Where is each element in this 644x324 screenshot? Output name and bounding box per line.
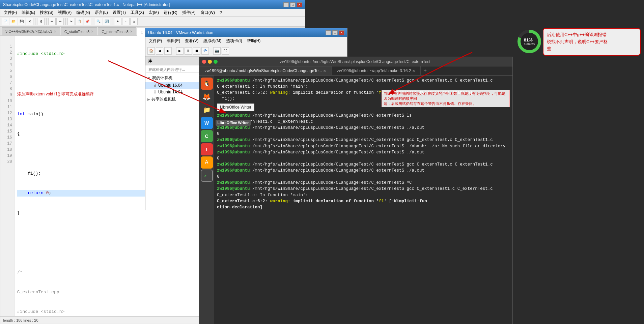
zoom-reset-button[interactable]: ⌂: [130, 18, 138, 25]
tab-statictest-label: C_staticTest.c3: [64, 30, 90, 34]
menu-edit[interactable]: 编辑(E): [20, 9, 37, 16]
undo-button[interactable]: ↩: [48, 18, 56, 25]
terminal-line-8: 0: [217, 131, 510, 137]
ubuntu-close-dot[interactable]: [202, 60, 206, 64]
menu-search[interactable]: 搜索(S): [38, 9, 55, 16]
vmware-maximize[interactable]: □: [332, 30, 338, 35]
tree-item-ubuntu1404[interactable]: 🖥 Ubuntu 14.04: [145, 89, 206, 95]
terminal-line-5: zw1996@ubuntu:/mnt/hgfs/WinShare/cpluspl…: [217, 113, 510, 119]
vmware-tb-stop[interactable]: ⏹: [193, 47, 200, 55]
dock-libreoffice-writer[interactable]: W LibreOffice Writer: [201, 117, 213, 129]
vmware-tb-forward[interactable]: ▶: [164, 47, 172, 55]
menu-run[interactable]: 运行(R): [162, 9, 179, 16]
terminal-body[interactable]: zw1996@ubuntu:/mnt/hgfs/WinShare/cpluspl…: [214, 76, 512, 324]
minimize-button[interactable]: ─: [283, 2, 289, 7]
toolbar-sep1: [35, 18, 35, 25]
new-file-button[interactable]: 📄: [2, 18, 9, 25]
ubuntu-minimize-dot[interactable]: [208, 60, 212, 64]
save-file-button[interactable]: 💾: [18, 18, 25, 25]
menu-file[interactable]: 文件(F): [2, 9, 19, 16]
menu-macro[interactable]: 宏(M): [147, 9, 161, 16]
zoom-out-button[interactable]: -: [122, 18, 130, 25]
close-button[interactable]: ✕: [297, 2, 302, 7]
vmware-menu-view[interactable]: 查看(V): [183, 37, 200, 45]
close-file-button[interactable]: ✕: [26, 18, 33, 25]
tab-statictest-close[interactable]: ✕: [91, 30, 93, 33]
vmware-menu-file[interactable]: 文件(F): [147, 37, 164, 45]
ubuntu-tab-1[interactable]: zw1996@ubuntu:/mnt/hgfs/WinShare/cplusCo…: [199, 66, 332, 75]
dock-ubuntu[interactable]: 🐧: [201, 78, 213, 90]
terminal-line-15: 0: [217, 174, 510, 180]
cut-button[interactable]: ✂: [67, 18, 75, 25]
tree-item-ubuntu1604[interactable]: 🖥 Ubuntu 16.04: [145, 82, 206, 89]
maximize-button[interactable]: □: [290, 2, 296, 7]
tab-statictest[interactable]: C_staticTest.c3 ✕: [61, 27, 97, 35]
vmware-close[interactable]: ✕: [339, 30, 344, 35]
menu-plugins[interactable]: 插件(P): [180, 9, 198, 16]
find-button[interactable]: 🔍: [95, 18, 102, 25]
menu-lang[interactable]: 语言(L): [93, 9, 110, 16]
vmware-title: Ubuntu 16.04 - VMware Workstation: [148, 30, 213, 35]
vmware-menu-vm[interactable]: 虚拟机(M): [201, 37, 223, 45]
ubuntu-tab-add[interactable]: +: [421, 66, 429, 75]
menu-window[interactable]: 窗口(W): [198, 9, 217, 16]
ubuntu-tab-1-close[interactable]: ✕: [323, 69, 326, 73]
menu-help[interactable]: ?: [218, 10, 224, 16]
vmware-minimize[interactable]: ─: [326, 30, 331, 35]
ubuntu-tab-2-close[interactable]: ✕: [412, 69, 415, 73]
redo-button[interactable]: ↪: [56, 18, 64, 25]
zoom-in-button[interactable]: +: [114, 18, 121, 25]
vmware-tb-back[interactable]: ◀: [156, 47, 163, 55]
copy-button[interactable]: 📋: [76, 18, 83, 25]
toolbar-sep2: [46, 18, 47, 25]
dock-terminal[interactable]: >_: [201, 170, 213, 182]
ubuntu-maximize-dot[interactable]: [214, 60, 218, 64]
window-controls: ─ □ ✕: [283, 2, 302, 7]
tab-externtest-close[interactable]: ✕: [130, 30, 133, 33]
tab-basics-close[interactable]: ✕: [54, 30, 56, 33]
dock-libreoffice-impress[interactable]: I: [201, 143, 213, 155]
terminal-line-3: C_externTest1.c:5:2: warning: implicit d…: [217, 90, 510, 96]
tree-item-my-computer[interactable]: ▼ 我的计算机: [145, 74, 206, 82]
vmware-tb-home[interactable]: 🏠: [147, 47, 155, 55]
toolbar-sep3: [65, 18, 66, 25]
menu-view[interactable]: 视图(V): [56, 9, 74, 16]
tab-externtest[interactable]: C_externTest.c3 ✕: [98, 27, 136, 35]
terminal-line-18: C_externTest1.c: In function 'main':: [217, 192, 510, 198]
paste-button[interactable]: 📌: [84, 18, 91, 25]
vmware-tb-fullscreen[interactable]: ⛶: [222, 47, 229, 55]
print-button[interactable]: 🖨: [37, 18, 45, 25]
open-file-button[interactable]: 📂: [10, 18, 17, 25]
tree-item-shared-vms[interactable]: ▶ 共享的虚拟机: [145, 95, 206, 103]
menu-settings[interactable]: 设置(T): [111, 9, 128, 16]
vmware-tb-pause[interactable]: ⏸: [185, 47, 192, 55]
dock-libreoffice-calc[interactable]: C: [201, 130, 213, 142]
vmware-tb-power-on[interactable]: ▶: [176, 47, 184, 55]
menu-encoding[interactable]: 编码(N): [74, 9, 92, 16]
tab-basics-label: 3.C++基础编程练习(1).tst.c3: [5, 29, 52, 34]
menu-tools[interactable]: 工具(X): [129, 9, 146, 16]
vmware-sidebar-search[interactable]: [146, 66, 205, 73]
ubuntu-tab-2-label: zw1996@ubuntu: ~/appTet/cmake-3.16.2: [337, 68, 411, 73]
vmware-tb-suspend[interactable]: 💤: [201, 47, 209, 55]
dock-firefox[interactable]: 🦊: [201, 91, 213, 103]
vmware-menu-edit[interactable]: 编辑(E): [165, 37, 182, 45]
vmware-menu-help[interactable]: 帮助(H): [245, 37, 263, 45]
firefox-dock-icon: 🦊: [202, 93, 211, 101]
vmware-tb-snapshot[interactable]: 📷: [213, 47, 221, 55]
notepad-menubar: 文件(F) 编辑(E) 搜索(S) 视图(V) 编码(N) 语言(L) 设置(T…: [0, 9, 305, 17]
tab-basics[interactable]: 3.C++基础编程练习(1).tst.c3 ✕: [2, 27, 60, 35]
ubuntu-tab-2[interactable]: zw1996@ubuntu: ~/appTet/cmake-3.16.2 ✕: [332, 66, 421, 75]
dock-files[interactable]: 📁: [201, 104, 213, 116]
vmware-sidebar: 库 ▼ 我的计算机 🖥 Ubuntu 16.04 🖥 Ubuntu 14.04 …: [145, 57, 206, 210]
terminal-line-1: zw1996@ubuntu:/mnt/hgfs/WinShare/cpluspl…: [217, 78, 510, 84]
annotation-line2: 说找不到声明，说明C++要严格: [547, 39, 608, 44]
vmware-menu-tabs[interactable]: 选项卡(I): [224, 37, 244, 45]
ubuntu1604-label: Ubuntu 16.04: [158, 83, 183, 88]
dock-amazon[interactable]: A: [201, 156, 213, 169]
terminal-line-14: zw1996@ubuntu:/mnt/hgfs/WinShare/cpluspl…: [217, 168, 510, 174]
progress-inner: 81% 0.08K/S: [521, 33, 538, 50]
replace-button[interactable]: 🔄: [103, 18, 110, 25]
expand-icon-my-computer: ▼: [147, 76, 151, 80]
terminal-line-10: zw1996@ubuntu:/mnt/hgfs/WinShare/cpluspl…: [217, 143, 510, 149]
